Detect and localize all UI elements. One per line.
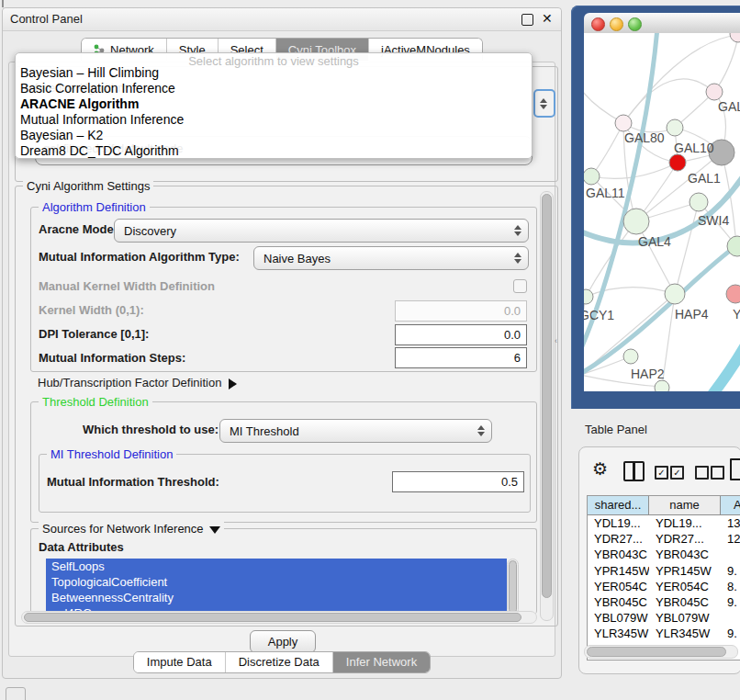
checked-checkbox-icon[interactable]: ✓: [655, 466, 668, 480]
tab-discretize-data[interactable]: Discretize Data: [226, 652, 333, 672]
network-node[interactable]: [584, 168, 600, 185]
algorithm-option[interactable]: ARACNE Algorithm: [16, 96, 532, 112]
which-threshold-label: Which threshold to use:: [83, 423, 219, 436]
attribute-list-item[interactable]: BetweennessCentrality: [46, 590, 507, 605]
mi-steps-field[interactable]: 6: [395, 347, 527, 368]
mi-threshold-label: Mutual Information Threshold:: [47, 475, 219, 489]
mi-type-label: Mutual Information Algorithm Type:: [39, 250, 240, 264]
mi-algorithm-type-combobox[interactable]: Naive Bayes: [253, 246, 529, 270]
tab-infer-network[interactable]: Infer Network: [333, 652, 430, 672]
settings-group-title: Cyni Algorithm Settings: [23, 179, 153, 193]
network-node[interactable]: [667, 119, 683, 136]
data-attributes-list[interactable]: SelfLoopsTopologicalCoefficientBetweenne…: [46, 559, 507, 614]
settings-vertical-scrollbar[interactable]: [540, 191, 554, 621]
network-view-window: GALGAL80GAL10GAL1GAL11SWI4GAL4GCY1HAP4YH…: [571, 6, 740, 409]
unchecked-checkbox-icon[interactable]: [711, 466, 724, 480]
network-edge[interactable]: [711, 345, 740, 391]
settings-horizontal-scrollbar[interactable]: [21, 611, 537, 624]
table-column-header[interactable]: A: [721, 496, 740, 514]
attributes-scrollbar[interactable]: [507, 559, 519, 615]
kernel-width-field[interactable]: 0.0: [395, 300, 527, 322]
sources-title[interactable]: Sources for Network Inference: [39, 522, 224, 536]
combo-stepper-icon: [540, 98, 547, 109]
table-row[interactable]: YPR145WYPR145W9.: [588, 563, 740, 579]
table-row[interactable]: YDL19...YDL19...13: [588, 515, 740, 531]
tab-impute-data[interactable]: Impute Data: [134, 652, 226, 672]
table-row[interactable]: YLR345WYLR345W9.: [588, 626, 740, 641]
network-node[interactable]: [706, 84, 723, 100]
table-row[interactable]: YER054CYER054C8.: [588, 579, 740, 594]
threshold-definition-group: Threshold Definition Which threshold to …: [30, 401, 537, 523]
mi-threshold-group: MI Threshold Definition Mutual Informati…: [39, 454, 531, 513]
data-attributes-label: Data Attributes: [39, 540, 124, 554]
close-icon[interactable]: ✕: [542, 14, 552, 24]
hub-definition-expander[interactable]: Hub/Transcription Factor Definition: [38, 376, 237, 390]
combo-stepper-icon: [514, 253, 521, 264]
mi-steps-label: Mutual Information Steps:: [39, 351, 185, 365]
which-threshold-combobox[interactable]: MI Threshold: [219, 419, 492, 443]
expand-right-icon: [229, 378, 237, 390]
algorithm-option[interactable]: Bayesian – K2: [16, 128, 532, 143]
split-columns-icon[interactable]: [623, 461, 645, 481]
network-node-label: HAP2: [631, 367, 665, 381]
network-node[interactable]: [726, 285, 740, 303]
network-edge[interactable]: [623, 79, 714, 123]
float-window-icon[interactable]: [521, 14, 533, 26]
network-edge[interactable]: [591, 123, 623, 176]
zoom-traffic-light[interactable]: [628, 17, 642, 31]
table-column-header[interactable]: shared...: [588, 496, 649, 514]
network-node[interactable]: [623, 349, 638, 364]
unchecked-checkbox-icon[interactable]: [695, 466, 709, 480]
checked-checkbox-icon[interactable]: ✓: [670, 466, 684, 480]
dpi-tolerance-field[interactable]: 0.0: [395, 324, 527, 345]
cyni-algorithm-settings-group: Cyni Algorithm Settings Algorithm Defini…: [15, 186, 558, 627]
algorithm-option[interactable]: Mutual Information Inference: [16, 112, 532, 128]
algorithm-option[interactable]: Bayesian – Hill Climbing: [16, 65, 532, 81]
minimize-traffic-light[interactable]: [610, 17, 623, 31]
screen: Control Panel ✕ Network Style Select: [0, 0, 740, 700]
apply-button[interactable]: Apply: [250, 630, 316, 653]
network-node-label: GAL11: [586, 186, 625, 200]
network-window-titlebar[interactable]: [584, 13, 740, 34]
table-panel-window: ⚙ ✓ ✓ shared...nameA YDL19...YDL19...13Y…: [578, 446, 740, 674]
network-node[interactable]: [584, 289, 593, 304]
network-node[interactable]: [690, 193, 708, 211]
aracne-mode-combobox[interactable]: Discovery: [114, 219, 529, 243]
algorithm-dropdown-popup: Select algorithm to view settings Infere…: [15, 52, 533, 159]
algorithm-option[interactable]: Basic Correlation Inference: [16, 81, 532, 96]
table-row[interactable]: YBR043CYBR043C: [588, 547, 740, 562]
network-node-label: Y: [733, 307, 740, 322]
network-node[interactable]: [665, 284, 685, 304]
document-icon[interactable]: [730, 458, 740, 480]
table-row[interactable]: YDR27...YDR27...12: [588, 531, 740, 547]
network-node-label: GAL4: [638, 234, 671, 249]
manual-kernel-checkbox[interactable]: [513, 279, 527, 293]
attribute-list-item[interactable]: SelfLoops: [46, 559, 507, 574]
close-traffic-light[interactable]: [591, 17, 605, 31]
table-horizontal-scrollbar[interactable]: [584, 645, 738, 659]
kernel-width-label: Kernel Width (0,1):: [39, 303, 144, 317]
collapsed-panel-button[interactable]: [6, 687, 26, 700]
splitter-handle-icon[interactable]: ‹: [555, 336, 562, 345]
dpi-tolerance-label: DPI Tolerance [0,1]:: [39, 327, 149, 341]
table-row[interactable]: YBR045CYBR045C9.: [588, 594, 740, 610]
network-node[interactable]: [623, 209, 649, 234]
attribute-list-item[interactable]: TopologicalCoefficient: [46, 574, 507, 590]
collapse-down-icon: [209, 526, 220, 534]
table-row[interactable]: YBL079WYBL079W: [588, 610, 740, 626]
mi-threshold-field[interactable]: 0.5: [392, 471, 524, 492]
algorithm-option[interactable]: Dream8 DC_TDC Algorithm: [16, 143, 532, 159]
network-node[interactable]: [615, 115, 632, 131]
table-column-header[interactable]: name: [649, 496, 721, 514]
network-node[interactable]: [669, 154, 686, 171]
network-node-label: GAL80: [624, 130, 665, 145]
network-canvas[interactable]: GALGAL80GAL10GAL1GAL11SWI4GAL4GCY1HAP4YH…: [584, 33, 740, 391]
network-node[interactable]: [655, 380, 669, 391]
combo-stepper-icon: [514, 225, 521, 236]
gear-icon[interactable]: ⚙: [592, 458, 608, 480]
network-edge[interactable]: [714, 37, 738, 92]
scrollbar-thumb[interactable]: [542, 194, 552, 598]
control-panel-titlebar[interactable]: Control Panel ✕: [3, 8, 561, 31]
focused-combobox-fragment[interactable]: [533, 89, 555, 118]
network-node[interactable]: [730, 33, 740, 42]
